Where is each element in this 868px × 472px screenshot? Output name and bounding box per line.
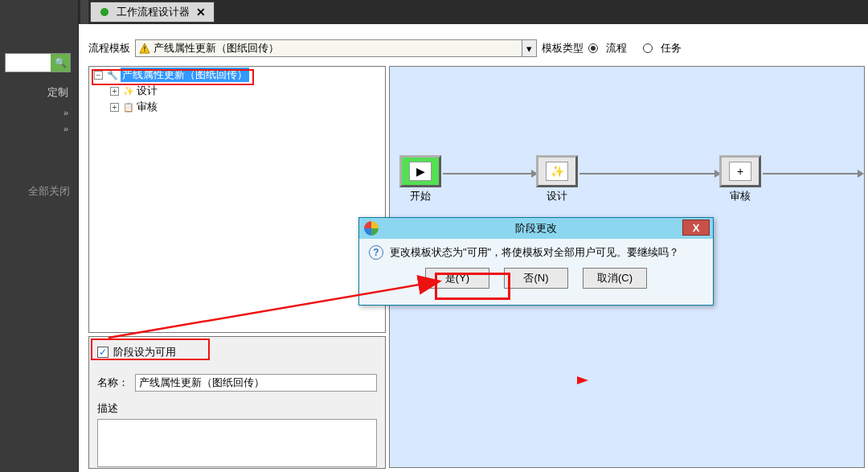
property-pane: ✓ 阶段设为可用 名称： 描述	[88, 336, 386, 469]
node-design[interactable]: ✨ 设计	[536, 155, 578, 203]
connector	[763, 173, 859, 174]
chevron-icon[interactable]: »	[0, 121, 78, 137]
sidebar: 🔍 定制 » » 全部关闭	[0, 0, 79, 472]
dialog-close-button[interactable]: X	[682, 220, 710, 236]
chevron-icon[interactable]: »	[0, 105, 78, 121]
tree-child-label: 设计	[137, 84, 158, 98]
tree-child-row[interactable]: + ✨ 设计	[89, 83, 385, 99]
dialog-titlebar[interactable]: 阶段更改 X	[359, 218, 713, 239]
step-icon: ✨	[122, 84, 135, 97]
node-label: 审核	[719, 189, 761, 203]
tab-close-icon[interactable]: ✕	[196, 6, 206, 18]
svg-rect-1	[144, 47, 145, 50]
radio-task[interactable]	[643, 43, 653, 53]
expand-icon[interactable]: +	[110, 103, 119, 112]
stage-enable-checkbox[interactable]: ✓	[97, 347, 108, 358]
template-value: 产线属性更新（图纸回传）	[154, 41, 279, 55]
search-icon[interactable]: 🔍	[51, 54, 70, 72]
radio-flow[interactable]	[588, 43, 598, 53]
sidebar-search[interactable]: 🔍	[5, 53, 71, 72]
step-icon: 📋	[122, 101, 135, 113]
tree-pane: − 🔧 产线属性更新（图纸回传） + ✨ 设计 + 📋 审核	[88, 66, 386, 333]
tree-child-label: 审核	[137, 100, 158, 114]
sidebar-item-customize[interactable]: 定制	[0, 80, 78, 105]
name-input[interactable]	[135, 374, 377, 392]
type-label: 模板类型	[542, 41, 583, 55]
tree-root-label: 产线属性更新（图纸回传）	[121, 68, 249, 82]
annotation-marker	[577, 376, 588, 384]
connector	[443, 173, 533, 174]
svg-rect-2	[144, 51, 145, 52]
stage-change-dialog: 阶段更改 X ? 更改模板状态为"可用"，将使模板对全部用户可见。要继续吗？ 是…	[358, 217, 714, 306]
node-label: 开始	[399, 189, 441, 203]
review-icon: +	[729, 162, 751, 181]
node-start[interactable]: ▶ 开始	[399, 155, 441, 203]
start-icon: ▶	[409, 162, 432, 181]
dialog-title: 阶段更改	[515, 221, 557, 236]
dialog-message: 更改模板状态为"可用"，将使模板对全部用户可见。要继续吗？	[390, 245, 679, 260]
workflow-icon	[99, 6, 110, 18]
tree-child-row[interactable]: + 📋 审核	[89, 99, 385, 115]
name-label: 名称：	[97, 376, 129, 390]
radio-flow-label: 流程	[606, 41, 627, 55]
stage-enable-label: 阶段设为可用	[113, 345, 176, 359]
node-review[interactable]: + 审核	[719, 155, 761, 203]
collapse-icon[interactable]: −	[94, 71, 103, 80]
template-dropdown[interactable]: 产线属性更新（图纸回传） ▾	[135, 39, 537, 57]
design-icon: ✨	[546, 162, 568, 181]
question-icon: ?	[369, 245, 383, 260]
tab-title: 工作流程设计器	[117, 5, 190, 19]
node-label: 设计	[536, 189, 578, 203]
workflow-icon: 🔧	[106, 68, 119, 81]
app-icon	[364, 221, 379, 236]
yes-button[interactable]: 是(Y)	[425, 268, 489, 289]
dropdown-icon[interactable]: ▾	[522, 40, 536, 56]
window-control-strip	[80, 0, 88, 24]
cancel-button[interactable]: 取消(C)	[583, 268, 647, 289]
no-button[interactable]: 否(N)	[504, 268, 568, 289]
sidebar-close-all[interactable]: 全部关闭	[28, 184, 70, 199]
warning-icon	[139, 43, 150, 54]
radio-task-label: 任务	[661, 41, 682, 55]
tree-root-row[interactable]: − 🔧 产线属性更新（图纸回传）	[89, 67, 385, 83]
desc-label: 描述	[97, 402, 118, 414]
template-label: 流程模板	[88, 41, 130, 55]
tab-workflow-designer[interactable]: 工作流程设计器 ✕	[90, 2, 215, 23]
desc-textarea[interactable]	[97, 419, 377, 467]
expand-icon[interactable]: +	[110, 87, 119, 96]
connector	[579, 173, 716, 174]
toolbar: 流程模板 产线属性更新（图纸回传） ▾ 模板类型 流程 任务	[88, 39, 862, 58]
